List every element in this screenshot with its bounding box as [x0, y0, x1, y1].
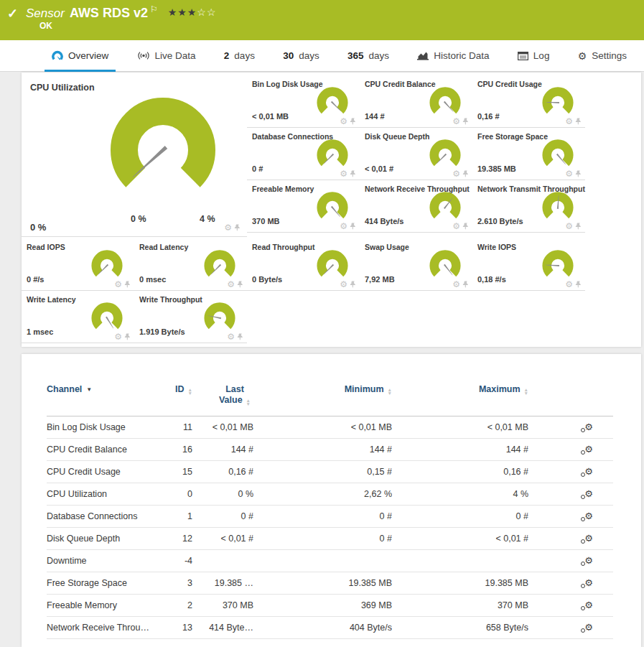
gear-icon[interactable]: ⚙ — [452, 169, 460, 178]
gauge-tile-cpu-credit-usage[interactable]: CPU Credit Usage0,16 #⚙ — [472, 75, 585, 128]
pin-icon[interactable] — [350, 281, 357, 289]
gauge-tile-bin-log-disk-usage[interactable]: Bin Log Disk Usage< 0,01 MB⚙ — [247, 75, 360, 128]
pin-icon[interactable] — [124, 281, 131, 289]
gauge-tile-read-iops[interactable]: Read IOPS0 #/s⚙ — [22, 238, 134, 291]
tab-historic-data[interactable]: Historic Data — [407, 40, 499, 71]
channel-actions: ⚙ — [528, 572, 613, 595]
tab-overview[interactable]: Overview — [42, 40, 118, 71]
gauge-tile-free-storage-space[interactable]: Free Storage Space19.385 MB⚙ — [472, 128, 585, 180]
tab-365-days[interactable]: 365days — [337, 40, 399, 71]
sensor-header: ✓ SensorAWS RDS v2⚐★★★☆☆ OK — [0, 0, 644, 40]
status-badge: OK — [39, 21, 52, 31]
priority-stars[interactable]: ★★★☆☆ — [168, 6, 217, 18]
channel-last-value: < 0,01 # — [192, 528, 253, 550]
pin-icon[interactable] — [350, 223, 357, 231]
channel-name[interactable]: Free Storage Space — [47, 572, 158, 595]
pin-icon[interactable] — [462, 118, 470, 126]
channel-settings-icon[interactable]: ⚙ — [584, 600, 593, 610]
pin-icon[interactable] — [124, 333, 131, 341]
channel-settings-icon[interactable]: ⚙ — [584, 578, 593, 587]
gear-icon[interactable]: ⚙ — [340, 169, 347, 178]
gear-icon[interactable]: ⚙ — [227, 332, 235, 341]
cpu-utilization-gauge — [102, 94, 224, 195]
channel-settings-icon[interactable]: ⚙ — [584, 623, 593, 632]
gear-icon[interactable]: ⚙ — [340, 117, 347, 126]
gear-icon[interactable]: ⚙ — [452, 222, 460, 231]
tab-label: Settings — [592, 50, 627, 61]
gauge-tile-write-iops[interactable]: Write IOPS0,18 #/s⚙ — [472, 238, 585, 291]
column-header-maximum[interactable]: Maximum▲▼ — [392, 373, 528, 416]
channel-settings-icon[interactable]: ⚙ — [584, 444, 593, 454]
column-header-minimum[interactable]: Minimum▲▼ — [253, 373, 392, 416]
gauge-tile-read-latency[interactable]: Read Latency0 msec⚙ — [134, 238, 247, 291]
gauge-tile-freeable-memory[interactable]: Freeable Memory370 MB⚙ — [247, 180, 360, 233]
pin-icon[interactable] — [462, 281, 470, 289]
gauge-tile-network-receive-throughput[interactable]: Network Receive Throughput414 Byte/s⚙ — [360, 180, 472, 233]
freeable-memory-gauge — [316, 190, 349, 223]
channel-name[interactable]: CPU Utilization — [47, 483, 158, 506]
tab-settings[interactable]: ⚙Settings — [568, 40, 637, 71]
column-header-id[interactable]: ID▲▼ — [158, 373, 192, 416]
tab-2-days[interactable]: 2days — [214, 40, 265, 71]
tab-number: 2 — [224, 50, 230, 61]
pin-icon[interactable] — [575, 223, 582, 231]
gear-icon[interactable]: ⚙ — [565, 222, 573, 231]
channel-name[interactable]: Network Receive Throu… — [47, 617, 158, 639]
gear-icon[interactable]: ⚙ — [340, 280, 347, 289]
tab-live-data[interactable]: Live Data — [127, 40, 206, 71]
channel-settings-icon[interactable]: ⚙ — [584, 511, 593, 521]
gauge-tile-write-throughput[interactable]: Write Throughput1.919 Byte/s⚙ — [134, 291, 247, 343]
gear-icon[interactable]: ⚙ — [227, 280, 235, 289]
column-header-last-value[interactable]: LastValue▲▼ — [192, 373, 253, 416]
channel-name[interactable]: CPU Credit Balance — [47, 439, 158, 461]
gauge-tile-read-throughput[interactable]: Read Throughput0 Byte/s⚙ — [247, 238, 360, 291]
channel-name[interactable]: Downtime — [47, 550, 158, 572]
gear-icon[interactable]: ⚙ — [340, 222, 347, 231]
tab-30-days[interactable]: 30days — [273, 40, 330, 71]
channel-settings-icon[interactable]: ⚙ — [584, 489, 593, 498]
channel-name[interactable]: Database Connections — [47, 506, 158, 528]
channel-name[interactable]: Disk Queue Depth — [47, 528, 158, 550]
gauge-tile-cpu-utilization[interactable]: CPU Utilization 0 % 4 % 0 % ⚙ — [22, 75, 247, 237]
gauge-tile-disk-queue-depth[interactable]: Disk Queue Depth< 0,01 #⚙ — [360, 128, 472, 180]
channel-settings-icon[interactable]: ⚙ — [584, 467, 593, 476]
channel-settings-icon[interactable]: ⚙ — [584, 556, 593, 565]
channel-id: 16 — [158, 439, 192, 461]
tab-bar: OverviewLive Data2days30days365daysHisto… — [0, 40, 644, 72]
pin-icon[interactable] — [350, 118, 357, 126]
channel-name[interactable]: CPU Credit Usage — [47, 461, 158, 483]
channel-name[interactable]: Bin Log Disk Usage — [47, 416, 158, 439]
read-throughput-gauge — [316, 248, 349, 281]
pin-icon[interactable] — [237, 281, 244, 289]
gear-icon[interactable]: ⚙ — [565, 169, 573, 178]
channel-settings-icon[interactable]: ⚙ — [584, 422, 593, 432]
channel-settings-icon[interactable]: ⚙ — [584, 534, 593, 543]
gear-icon[interactable]: ⚙ — [565, 117, 573, 126]
gear-icon[interactable]: ⚙ — [114, 332, 122, 341]
pin-icon[interactable] — [462, 170, 470, 178]
tab-log[interactable]: Log — [508, 40, 560, 71]
gear-icon[interactable]: ⚙ — [565, 280, 573, 289]
pin-icon[interactable] — [575, 170, 582, 178]
channel-last-value — [192, 550, 253, 572]
pin-icon[interactable] — [462, 223, 470, 231]
gauge-tile-database-connections[interactable]: Database Connections0 #⚙ — [247, 128, 360, 180]
gauge-tile-swap-usage[interactable]: Swap Usage7,92 MB⚙ — [360, 238, 472, 291]
column-header-channel[interactable]: Channel▼ — [47, 373, 158, 416]
gauge-tile-write-latency[interactable]: Write Latency1 msec⚙ — [22, 291, 134, 343]
pin-icon[interactable] — [234, 224, 241, 232]
flag-icon[interactable]: ⚐ — [150, 4, 158, 14]
pin-icon[interactable] — [575, 118, 582, 126]
gear-icon[interactable]: ⚙ — [452, 280, 460, 289]
gauge-tile-network-transmit-throughput[interactable]: Network Transmit Throughput2.610 Byte/s⚙ — [472, 180, 585, 233]
gear-icon[interactable]: ⚙ — [114, 280, 122, 289]
channel-name[interactable]: Freeable Memory — [47, 595, 158, 617]
pin-icon[interactable] — [350, 170, 357, 178]
pin-icon[interactable] — [237, 333, 244, 341]
gear-icon[interactable]: ⚙ — [452, 117, 460, 126]
gauge-tile-cpu-credit-balance[interactable]: CPU Credit Balance144 #⚙ — [360, 75, 472, 128]
gear-icon[interactable]: ⚙ — [224, 223, 232, 232]
pin-icon[interactable] — [575, 281, 582, 289]
column-header-actions — [528, 373, 613, 416]
write-latency-gauge — [90, 300, 123, 333]
